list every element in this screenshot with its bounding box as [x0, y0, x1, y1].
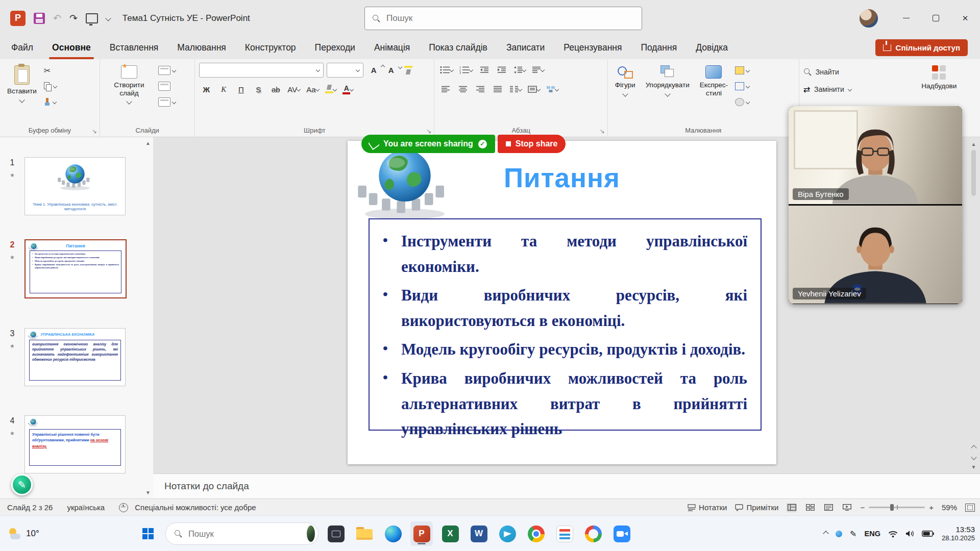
participant-video-vira[interactable]: Віра Бутенко: [789, 106, 962, 206]
decrease-font-button[interactable]: А: [384, 63, 398, 77]
notes-toggle-button[interactable]: Нотатки: [688, 503, 727, 512]
fit-slide-button[interactable]: [965, 504, 975, 512]
reset-slide-button[interactable]: [158, 80, 176, 92]
customize-qat-chevron-icon[interactable]: [105, 15, 111, 21]
weather-widget[interactable]: 10°: [8, 516, 39, 551]
start-slideshow-icon[interactable]: [86, 13, 98, 23]
notes-panel[interactable]: Нотатки до слайда: [153, 473, 980, 498]
animation-star-icon[interactable]: ★: [10, 254, 15, 261]
format-painter-chevron-icon[interactable]: [52, 100, 56, 104]
tray-expand-icon[interactable]: [823, 531, 828, 536]
slide-layout-button[interactable]: [158, 64, 176, 77]
align-center-button[interactable]: [456, 83, 470, 96]
paste-chevron-icon[interactable]: [19, 97, 24, 103]
new-slide-button[interactable]: Створити слайд: [104, 62, 154, 123]
taskbar-search-input[interactable]: [187, 529, 302, 539]
share-button[interactable]: Спільний доступ: [875, 39, 968, 56]
format-painter-button[interactable]: [44, 96, 57, 108]
scroll-down-icon[interactable]: ▼: [971, 464, 976, 470]
minimize-button[interactable]: [891, 0, 921, 36]
paragraph-dialog-launcher-icon[interactable]: ↘: [600, 128, 605, 135]
shapes-chevron-icon[interactable]: [622, 91, 628, 96]
animation-star-icon[interactable]: ★: [10, 343, 15, 349]
highlight-color-button[interactable]: [324, 83, 338, 96]
paste-button[interactable]: Вставити: [4, 62, 40, 123]
bullet-list-chevron-icon[interactable]: [450, 68, 454, 72]
taskbar-excel[interactable]: X: [439, 521, 461, 546]
previous-slide-icon[interactable]: [971, 445, 976, 450]
editor-scrollbar[interactable]: ▲ ▼: [970, 141, 977, 470]
tell-me-search-box[interactable]: [364, 7, 642, 30]
tab-transitions[interactable]: Переходи: [314, 36, 356, 59]
arrange-button[interactable]: Упорядкувати: [643, 62, 693, 123]
annotation-pencil-button[interactable]: ✎: [11, 474, 33, 495]
align-right-button[interactable]: [473, 83, 487, 96]
tab-view[interactable]: Подання: [640, 36, 678, 59]
justify-button[interactable]: [491, 83, 505, 96]
align-text-chevron-icon[interactable]: [536, 87, 541, 91]
tab-animations[interactable]: Анімація: [373, 36, 411, 59]
section-button[interactable]: [158, 96, 176, 108]
copy-chevron-icon[interactable]: [53, 84, 57, 88]
scroll-up-icon[interactable]: ▲: [971, 141, 976, 147]
smartart-convert-button[interactable]: [545, 83, 560, 96]
undo-icon[interactable]: ↶: [53, 12, 61, 24]
tab-draw[interactable]: Малювання: [176, 36, 227, 59]
next-slide-icon[interactable]: [971, 454, 976, 460]
tab-record[interactable]: Записати: [505, 36, 546, 59]
scrollbar-thumb[interactable]: [971, 150, 976, 196]
tab-review[interactable]: Рецензування: [562, 36, 623, 59]
replace-chevron-icon[interactable]: [848, 87, 852, 91]
language-indicator[interactable]: українська: [67, 503, 105, 512]
language-switcher[interactable]: ENG: [865, 530, 880, 538]
save-icon[interactable]: [34, 13, 45, 24]
quick-styles-button[interactable]: Експрес- стилі: [697, 62, 731, 123]
replace-button[interactable]: ⇄ Замінити: [803, 82, 894, 97]
shapes-button[interactable]: Фігури: [612, 62, 639, 123]
increase-font-button[interactable]: А: [366, 63, 381, 77]
powerpoint-logo-icon[interactable]: P: [10, 11, 26, 26]
highlight-chevron-icon[interactable]: [332, 87, 336, 91]
taskbar-edge[interactable]: [382, 521, 404, 546]
shape-outline-button[interactable]: [735, 80, 749, 92]
bullet-list-button[interactable]: [438, 63, 455, 77]
search-input[interactable]: [385, 13, 634, 24]
clear-formatting-button[interactable]: [401, 63, 415, 77]
zoom-level[interactable]: 59%: [942, 503, 957, 512]
taskbar-journal-app[interactable]: [553, 521, 576, 546]
thumbnail-scrollbar[interactable]: ▲ ▼: [144, 140, 152, 495]
tab-home[interactable]: Основне: [51, 36, 92, 59]
tab-slideshow[interactable]: Показ слайдів: [428, 36, 488, 59]
slide-title[interactable]: Питання: [348, 162, 776, 193]
taskbar-app-window[interactable]: [325, 521, 347, 546]
scroll-down-icon[interactable]: ▼: [145, 490, 151, 495]
line-spacing-chevron-icon[interactable]: [522, 68, 526, 72]
wifi-icon[interactable]: [888, 530, 898, 538]
line-spacing-button[interactable]: [512, 63, 527, 77]
normal-view-button[interactable]: [787, 503, 797, 512]
thumbnail-slide-4[interactable]: 4 ★ Управлінські рішення повинні бути об…: [0, 415, 126, 473]
columns-chevron-icon[interactable]: [518, 87, 522, 91]
zoom-slider-thumb[interactable]: [890, 504, 894, 511]
taskbar-zoom[interactable]: [610, 521, 633, 546]
increase-indent-button[interactable]: [495, 63, 509, 77]
zoom-in-button[interactable]: +: [929, 503, 934, 512]
text-shadow-button[interactable]: S: [251, 83, 265, 96]
slide-canvas[interactable]: Питання •Інструменти та методи управлінс…: [348, 141, 776, 464]
text-direction-button[interactable]: [530, 63, 546, 77]
text-direction-chevron-icon[interactable]: [541, 68, 545, 72]
new-slide-chevron-icon[interactable]: [126, 98, 132, 104]
pen-tray-icon[interactable]: ✎: [850, 529, 856, 539]
reading-view-button[interactable]: [823, 503, 834, 512]
account-avatar[interactable]: [860, 9, 878, 28]
slide-text-box[interactable]: •Інструменти та методи управлінської еко…: [369, 218, 762, 431]
copy-button[interactable]: [44, 80, 57, 92]
clipboard-dialog-launcher-icon[interactable]: ↘: [92, 128, 97, 135]
numbered-list-button[interactable]: 123: [458, 63, 474, 77]
columns-button[interactable]: [508, 83, 523, 96]
search-highlight-image[interactable]: [307, 525, 315, 542]
taskbar-powerpoint[interactable]: P: [410, 521, 433, 546]
battery-icon[interactable]: [922, 531, 934, 537]
clock-widget[interactable]: 13:53 28.10.2025: [942, 525, 975, 543]
tray-status-icon[interactable]: [836, 531, 842, 537]
